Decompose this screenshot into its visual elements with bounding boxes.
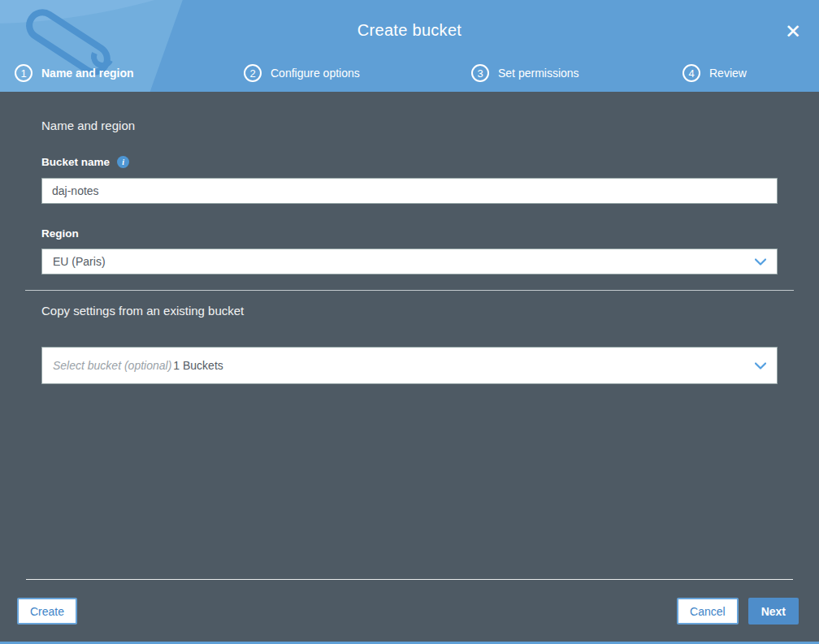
step-configure-options[interactable]: 2 Configure options: [244, 64, 471, 82]
step-3-label: Set permissions: [498, 67, 579, 80]
create-bucket-dialog: Create bucket ✕ 1 Name and region 2 Conf…: [0, 0, 819, 644]
close-icon[interactable]: ✕: [780, 18, 806, 44]
dialog-header: Create bucket ✕ 1 Name and region 2 Conf…: [0, 0, 819, 92]
wizard-steps: 1 Name and region 2 Configure options 3 …: [0, 54, 819, 92]
step-review[interactable]: 4 Review: [682, 64, 747, 82]
step-4-label: Review: [709, 67, 747, 80]
copy-bucket-placeholder: Select bucket (optional): [53, 359, 171, 372]
bucket-name-input[interactable]: [41, 178, 778, 204]
bucket-name-label: Bucket name: [41, 156, 110, 168]
copy-bucket-select-text: Select bucket (optional)1 Buckets: [53, 358, 223, 373]
bucket-name-label-row: Bucket name i: [41, 156, 778, 168]
next-button[interactable]: Next: [748, 598, 799, 625]
region-select[interactable]: EU (Paris): [41, 249, 778, 274]
create-button[interactable]: Create: [17, 598, 77, 625]
step-name-and-region[interactable]: 1 Name and region: [15, 64, 244, 82]
dialog-title: Create bucket: [0, 21, 819, 40]
copy-settings-title: Copy settings from an existing bucket: [41, 304, 778, 318]
copy-bucket-select[interactable]: Select bucket (optional)1 Buckets: [41, 347, 778, 384]
region-label: Region: [41, 227, 79, 240]
info-icon[interactable]: i: [117, 156, 129, 168]
step-1-number: 1: [15, 64, 32, 82]
step-2-number: 2: [244, 64, 262, 82]
step-4-number: 4: [682, 64, 700, 82]
dialog-footer: Create Cancel Next: [0, 579, 819, 644]
step-3-number: 3: [471, 64, 489, 82]
cancel-button[interactable]: Cancel: [677, 598, 739, 625]
region-label-row: Region: [41, 227, 778, 240]
section-divider: [25, 290, 794, 291]
section-title-name-and-region: Name and region: [41, 119, 778, 132]
title-row: Create bucket ✕: [0, 0, 819, 54]
step-set-permissions[interactable]: 3 Set permissions: [471, 64, 682, 82]
copy-bucket-count: 1 Buckets: [173, 359, 223, 372]
chevron-down-icon: [755, 258, 766, 266]
dialog-body: Name and region Bucket name i Region EU …: [0, 119, 819, 384]
region-selected-value: EU (Paris): [53, 255, 106, 268]
chevron-down-icon: [755, 362, 766, 370]
step-1-label: Name and region: [41, 67, 134, 80]
step-2-label: Configure options: [271, 67, 360, 80]
